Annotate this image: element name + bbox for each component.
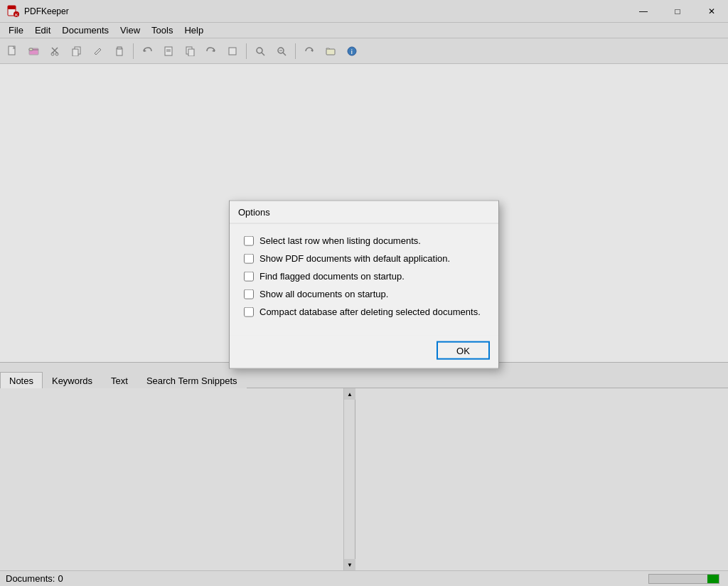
option-3-checkbox[interactable] — [244, 271, 254, 281]
option-3-label: Find flagged documents on startup. — [259, 271, 405, 282]
option-1-row: Select last row when listing documents. — [244, 235, 484, 246]
option-5-label: Compact database after deleting selected… — [259, 307, 481, 317]
option-2-checkbox[interactable] — [244, 253, 254, 263]
ok-button[interactable]: OK — [437, 341, 490, 360]
option-1-label: Select last row when listing documents. — [259, 235, 421, 246]
option-5-checkbox[interactable] — [244, 307, 254, 316]
option-3-row: Find flagged documents on startup. — [244, 271, 484, 282]
option-1-checkbox[interactable] — [244, 235, 254, 245]
dialog-footer: OK — [230, 336, 498, 368]
option-4-row: Show all documents on startup. — [244, 289, 484, 299]
option-2-label: Show PDF documents with default applicat… — [259, 253, 450, 264]
options-dialog: Options Select last row when listing doc… — [229, 201, 499, 369]
dialog-content: Select last row when listing documents. … — [230, 224, 498, 336]
option-2-row: Show PDF documents with default applicat… — [244, 253, 484, 264]
option-5-row: Compact database after deleting selected… — [244, 307, 484, 317]
option-4-label: Show all documents on startup. — [259, 289, 388, 299]
option-4-checkbox[interactable] — [244, 289, 254, 299]
dialog-title: Options — [230, 201, 498, 224]
